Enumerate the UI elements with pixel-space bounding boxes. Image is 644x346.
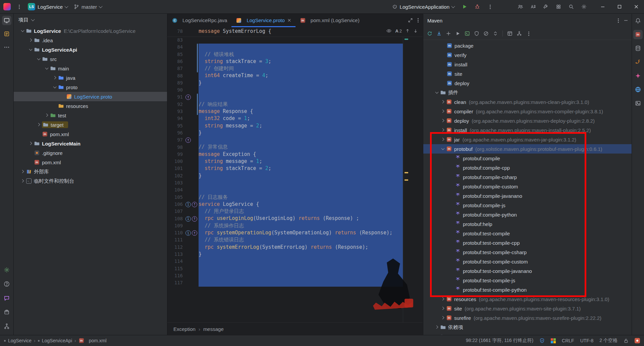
- settings-gear-icon[interactable]: [578, 2, 590, 12]
- statusbar-breadcrumb-item[interactable]: LogService: [8, 338, 32, 343]
- chevron-down-icon[interactable]: [28, 47, 34, 53]
- chevron-right-icon[interactable]: [20, 178, 26, 184]
- editor-tab[interactable]: m pom.xml (LogService): [296, 13, 364, 27]
- maven-tree-item[interactable]: mjar(org.apache.maven.plugins:maven-jar-…: [423, 135, 632, 144]
- chevron-right-icon[interactable]: [44, 112, 50, 118]
- chevron-right-icon[interactable]: [440, 305, 446, 311]
- code-line[interactable]: 98 string message = 1;: [167, 144, 423, 151]
- maven-run-icon[interactable]: [453, 29, 462, 38]
- maven-tree-item[interactable]: 插件: [423, 88, 632, 97]
- code-line[interactable]: 91↑ message Response {: [167, 94, 423, 101]
- line-ending-indicator[interactable]: CRLF: [562, 338, 574, 343]
- maven-tree-item[interactable]: mdeploy: [423, 78, 632, 88]
- maven-tree-item[interactable]: 依赖项: [423, 323, 632, 332]
- editor-tab[interactable]: C LogServiceRpc.java: [167, 13, 231, 27]
- statusbar-breadcrumb-item[interactable]: LogServiceApi: [42, 338, 72, 343]
- more-tool-windows-icon[interactable]: [2, 43, 11, 52]
- database-tool-window-button[interactable]: [633, 44, 643, 53]
- maven-tree-item[interactable]: msite: [423, 69, 632, 78]
- debug-button[interactable]: [472, 2, 483, 12]
- chat-icon[interactable]: [2, 293, 11, 303]
- prev-occurrence-icon[interactable]: [405, 28, 410, 33]
- maven-reload-icon[interactable]: [425, 29, 434, 38]
- maven-tree-item[interactable]: *protobuf:test-compile: [423, 229, 632, 238]
- code-line[interactable]: 115: [167, 265, 423, 273]
- encoding-indicator[interactable]: UTF-8: [580, 338, 594, 343]
- project-tree-item[interactable]: LogServiceMain: [14, 139, 167, 148]
- close-button[interactable]: [629, 0, 644, 13]
- implemented-marker-icon[interactable]: ↑: [185, 137, 191, 143]
- maven-tree-item[interactable]: *protobuf:compile-custom: [423, 182, 632, 191]
- maven-tree-item[interactable]: mdeploy(org.apache.maven.plugins:maven-d…: [423, 116, 632, 125]
- notifications-bell-icon[interactable]: [633, 16, 643, 25]
- code-line[interactable]: 112: [167, 244, 423, 251]
- statusbar-breadcrumbs[interactable]: LogService›LogServiceApi›mpom.xml: [4, 338, 107, 344]
- search-everywhere-icon[interactable]: [566, 2, 577, 12]
- code-line[interactable]: 92 int32 code = 1;: [167, 101, 423, 108]
- ai-assistant-tool-window-button[interactable]: [633, 71, 643, 80]
- implemented-marker-icon[interactable]: 1↑: [185, 230, 197, 236]
- code-line[interactable]: 107 // 系统操作日志: [167, 208, 423, 215]
- editor-tab[interactable]: LogService.proto: [231, 13, 295, 27]
- maven-tree-item[interactable]: mprotobuf(org.xolstice.maven.plugins:pro…: [423, 144, 632, 154]
- code-line[interactable]: 117: [167, 279, 423, 287]
- code-line[interactable]: 109 // 系统错误日志: [167, 222, 423, 230]
- maximize-button[interactable]: [612, 0, 627, 13]
- maven-tool-window-button[interactable]: m: [633, 30, 643, 39]
- chevron-down-icon[interactable]: [440, 146, 446, 152]
- maven-settings-icon[interactable]: [505, 29, 514, 38]
- maven-more-icon[interactable]: [524, 29, 533, 38]
- indent-indicator[interactable]: 2 个空格: [599, 338, 618, 344]
- maven-tree-item[interactable]: *protobuf:test-compile-javanano: [423, 266, 632, 276]
- code-line[interactable]: 85 // 创建时间: [167, 51, 423, 58]
- maven-skip-tests-icon[interactable]: [482, 29, 490, 38]
- maven-options-icon[interactable]: [618, 18, 619, 23]
- code-line[interactable]: 102: [167, 172, 423, 180]
- editor-options-icon[interactable]: [418, 17, 419, 23]
- help-icon[interactable]: [2, 279, 11, 289]
- package-icon[interactable]: [2, 307, 11, 317]
- maven-tree-item[interactable]: *protobuf:help: [423, 219, 632, 229]
- maven-add-icon[interactable]: [444, 29, 453, 38]
- gear-icon[interactable]: [2, 265, 11, 275]
- maven-tree-item[interactable]: minstall: [423, 60, 632, 69]
- shield-icon[interactable]: [539, 338, 545, 343]
- chevron-right-icon[interactable]: [28, 37, 34, 43]
- commit-tool-window-button[interactable]: [2, 29, 11, 39]
- maven-tree-item[interactable]: *protobuf:compile: [423, 154, 632, 163]
- chevron-right-icon[interactable]: [440, 315, 446, 321]
- statusbar-breadcrumb-item[interactable]: pom.xml: [89, 338, 107, 343]
- code-line[interactable]: 1061↑ rpc userLoginLog(UserLoginLog) ret…: [167, 201, 423, 208]
- translation-tool-window-button[interactable]: [633, 85, 643, 94]
- show-dependencies-icon[interactable]: [515, 29, 524, 38]
- project-selector[interactable]: LS LogService: [25, 2, 71, 12]
- code-line[interactable]: 1101↑ rpc systemErrorLog(SystemErrorLog)…: [167, 229, 423, 237]
- chevron-down-icon[interactable]: [434, 90, 440, 96]
- maven-tree-item[interactable]: *protobuf:compile-js: [423, 200, 632, 210]
- maven-tree-item[interactable]: *protobuf:test-compile-cpp: [423, 238, 632, 247]
- project-tree-item[interactable]: .idea: [14, 36, 167, 45]
- project-tree-item[interactable]: LogService.proto: [14, 92, 167, 101]
- code-line[interactable]: 99 string stackTrace = 2;: [167, 151, 423, 158]
- minimize-button[interactable]: [595, 0, 610, 13]
- code-line[interactable]: 111 }: [167, 236, 423, 244]
- maven-tree-item[interactable]: *protobuf:test-compile-js: [423, 276, 632, 285]
- code-line[interactable]: 1081↑ rpc systemOperationLog(SystemOpera…: [167, 215, 423, 223]
- maven-tree-item[interactable]: mcompiler(org.apache.maven.plugins:maven…: [423, 107, 632, 116]
- breadcrumb-item[interactable]: message: [203, 326, 224, 332]
- code-line[interactable]: 84 string stackTrace = 3;: [167, 44, 423, 51]
- code-line[interactable]: 113: [167, 251, 423, 258]
- code-line[interactable]: 95: [167, 122, 423, 130]
- code-line[interactable]: 87 }: [167, 65, 423, 72]
- code-line[interactable]: 83 // 错误堆栈: [167, 37, 423, 44]
- chevron-right-icon[interactable]: [440, 108, 446, 114]
- maven-tree-item[interactable]: *protobuf:compile-javanano: [423, 191, 632, 200]
- fatal-error-notification-icon[interactable]: [635, 338, 640, 343]
- chevron-down-icon[interactable]: [52, 84, 58, 90]
- run-button[interactable]: [459, 2, 470, 12]
- maven-tree-item[interactable]: *protobuf:test-compile-python: [423, 285, 632, 294]
- maven-tree-item[interactable]: *protobuf:compile-csharp: [423, 172, 632, 182]
- chevron-right-icon[interactable]: [440, 136, 446, 142]
- code-line[interactable]: 89: [167, 79, 423, 87]
- gradle-tool-window-button[interactable]: [633, 57, 643, 67]
